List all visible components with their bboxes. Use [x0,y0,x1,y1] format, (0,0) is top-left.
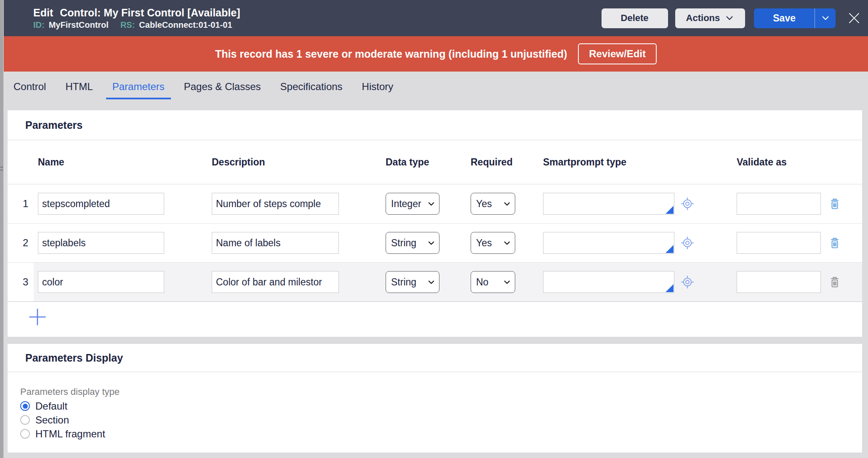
tab-control[interactable]: Control [7,81,52,99]
chevron-down-icon [725,13,734,23]
add-row-icon[interactable] [28,307,47,327]
column-header-validate-as: Validate as [737,157,821,168]
parameters-display-section: Parameters Display Parameters display ty… [8,344,862,453]
smartprompt-input[interactable] [543,193,674,215]
smartprompt-target-icon[interactable] [680,236,695,250]
data-type-select[interactable]: String [386,271,439,293]
data-type-select[interactable]: String [386,232,439,254]
smartprompt-field [543,193,674,215]
section-gap [4,337,868,344]
splitter-handle-bar [0,170,3,170]
table-row: 2 String Yes [8,224,862,263]
smartprompt-input[interactable] [543,232,674,254]
tab-parameters[interactable]: Parameters [106,81,171,99]
param-description-input[interactable] [212,232,339,254]
column-header-data-type: Data type [386,157,439,168]
radio-unselected-icon [20,429,30,439]
required-value: No [476,277,488,288]
record-keys: ID: MyFirstControl RS: CableConnect:01-0… [33,20,240,29]
row-number: 3 [23,276,38,288]
parameters-table-header: Name Description Data type Required Smar… [8,140,862,184]
chevron-down-icon [821,13,830,23]
smartprompt-input[interactable] [543,271,674,293]
param-description-input[interactable] [212,271,339,293]
smartprompt-field [543,271,674,293]
radio-unselected-icon [20,415,30,425]
parameters-display-title: Parameters Display [8,344,862,364]
trash-icon[interactable] [828,276,841,288]
radio-option-section[interactable]: Section [20,415,862,425]
column-header-smartprompt-type: Smartprompt type [543,157,674,168]
data-type-select[interactable]: Integer [386,193,439,215]
record-title: Control: My First Control [Available] [60,7,240,19]
row-number: 1 [23,198,38,210]
tab-history[interactable]: History [356,81,400,99]
smartprompt-corner-icon [666,284,674,292]
header-actions: Delete Actions Save [602,8,860,28]
required-select[interactable]: Yes [471,193,515,215]
close-icon[interactable] [848,12,860,24]
trash-icon[interactable] [828,237,841,249]
rs-label: RS: [120,20,135,29]
data-type-value: Integer [391,198,421,210]
parameters-display-type-label: Parameters display type [20,386,862,397]
save-options-button[interactable] [815,8,836,28]
actions-button[interactable]: Actions [675,8,746,28]
add-row-area [8,302,862,337]
record-titles: EditControl: My First Control [Available… [33,7,240,29]
tab-pages-classes[interactable]: Pages & Classes [178,81,267,99]
main-window: EditControl: My First Control [Available… [4,0,868,458]
page-title: EditControl: My First Control [Available… [33,7,240,19]
validate-as-input[interactable] [737,193,821,215]
rs-value: CableConnect:01-01-01 [139,20,232,29]
radio-label: Section [35,414,69,426]
required-select[interactable]: Yes [471,232,515,254]
record-header: EditControl: My First Control [Available… [4,0,868,36]
id-label: ID: [33,20,45,29]
required-value: Yes [476,198,492,210]
required-value: Yes [476,237,492,249]
save-button-group: Save [754,8,836,28]
warning-banner: This record has 1 severe or moderate war… [4,36,868,72]
smartprompt-target-icon[interactable] [680,197,695,211]
review-edit-button[interactable]: Review/Edit [578,43,657,64]
parameters-display-type-group: Default Section HTML fragment [8,401,862,439]
actions-button-label: Actions [686,13,720,24]
radio-selected-icon [20,401,30,411]
chevron-down-icon [427,278,435,286]
chevron-down-icon [427,200,435,208]
param-name-input[interactable] [38,193,164,215]
parameters-section-title: Parameters [8,110,862,131]
tab-specifications[interactable]: Specifications [274,81,349,99]
param-name-input[interactable] [38,232,164,254]
trash-icon[interactable] [828,197,841,210]
radio-option-html-fragment[interactable]: HTML fragment [20,429,862,439]
chevron-down-icon [503,239,511,247]
required-select[interactable]: No [471,271,515,293]
data-type-value: String [391,237,416,249]
save-button[interactable]: Save [754,8,815,28]
column-header-required: Required [471,157,515,168]
radio-option-default[interactable]: Default [20,401,862,411]
param-name-input[interactable] [38,271,164,293]
validate-as-input[interactable] [737,271,821,293]
smartprompt-target-icon[interactable] [680,275,695,289]
radio-label: HTML fragment [35,428,105,440]
param-description-input[interactable] [212,193,339,215]
smartprompt-corner-icon [666,206,674,214]
splitter-handle[interactable] [0,167,3,170]
warning-message: This record has 1 severe or moderate war… [215,48,567,60]
chevron-down-icon [503,278,511,286]
validate-as-input[interactable] [737,232,821,254]
column-header-description: Description [212,157,339,168]
tab-bar: Control HTML Parameters Pages & Classes … [4,72,868,110]
smartprompt-field [543,232,674,254]
id-value: MyFirstControl [49,20,109,29]
column-header-name: Name [38,157,164,168]
divider [8,372,862,372]
window-left-rail [0,0,4,458]
edit-label: Edit [33,7,53,19]
splitter-handle-bar [0,167,3,168]
tab-html[interactable]: HTML [59,81,99,99]
delete-button[interactable]: Delete [602,8,668,28]
